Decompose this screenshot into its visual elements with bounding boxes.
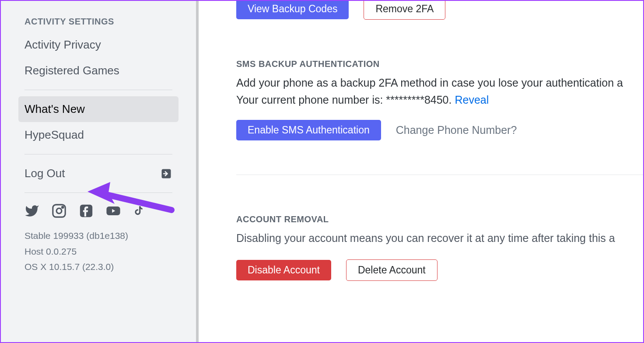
svg-point-3 bbox=[56, 208, 62, 214]
phone-masked: *********8450. bbox=[386, 94, 452, 106]
delete-account-button[interactable]: Delete Account bbox=[346, 259, 438, 281]
remove-2fa-button[interactable]: Remove 2FA bbox=[364, 1, 445, 20]
view-backup-codes-button[interactable]: View Backup Codes bbox=[236, 1, 349, 19]
youtube-icon[interactable] bbox=[106, 203, 121, 218]
phone-prefix: Your current phone number is: bbox=[236, 94, 386, 106]
removal-section-title: Account Removal bbox=[236, 214, 643, 224]
tiktok-icon[interactable] bbox=[133, 205, 144, 217]
sms-description: Add your phone as a backup 2FA method in… bbox=[236, 74, 643, 91]
sidebar-section-header: Activity Settings bbox=[18, 13, 178, 32]
account-removal-section: Account Removal Disabling your account m… bbox=[236, 214, 643, 281]
enable-sms-auth-button[interactable]: Enable SMS Authentication bbox=[236, 120, 381, 140]
sidebar-item-hypesquad[interactable]: HypeSquad bbox=[18, 122, 178, 148]
logout-label: Log Out bbox=[24, 167, 65, 180]
version-line: Stable 199933 (db1e138) bbox=[24, 228, 178, 244]
change-phone-link[interactable]: Change Phone Number? bbox=[396, 124, 517, 136]
sms-phone-line: Your current phone number is: *********8… bbox=[236, 91, 643, 108]
reveal-phone-link[interactable]: Reveal bbox=[455, 94, 489, 106]
divider bbox=[24, 192, 172, 193]
settings-sidebar: Activity Settings Activity Privacy Regis… bbox=[1, 1, 199, 342]
disable-account-button[interactable]: Disable Account bbox=[236, 260, 331, 280]
sms-backup-section: SMS Backup Authentication Add your phone… bbox=[236, 59, 643, 140]
instagram-icon[interactable] bbox=[52, 203, 66, 218]
logout-icon bbox=[160, 168, 172, 180]
twitter-icon[interactable] bbox=[24, 203, 39, 218]
svg-point-4 bbox=[62, 206, 63, 208]
sidebar-item-whats-new[interactable]: What's New bbox=[18, 96, 178, 122]
facebook-icon[interactable] bbox=[79, 203, 94, 218]
divider bbox=[24, 154, 172, 154]
sms-section-title: SMS Backup Authentication bbox=[236, 59, 643, 69]
removal-description: Disabling your account means you can rec… bbox=[236, 230, 643, 247]
main-content: View Backup Codes Remove 2FA SMS Backup … bbox=[199, 1, 643, 342]
social-links bbox=[18, 199, 178, 228]
version-info: Stable 199933 (db1e138) Host 0.0.275 OS … bbox=[18, 228, 178, 275]
sidebar-item-logout[interactable]: Log Out bbox=[18, 161, 178, 186]
divider bbox=[24, 90, 172, 90]
sidebar-item-activity-privacy[interactable]: Activity Privacy bbox=[18, 32, 178, 58]
divider bbox=[236, 175, 643, 175]
sidebar-item-registered-games[interactable]: Registered Games bbox=[18, 58, 178, 84]
version-line: Host 0.0.275 bbox=[24, 244, 178, 259]
version-line: OS X 10.15.7 (22.3.0) bbox=[24, 259, 178, 275]
